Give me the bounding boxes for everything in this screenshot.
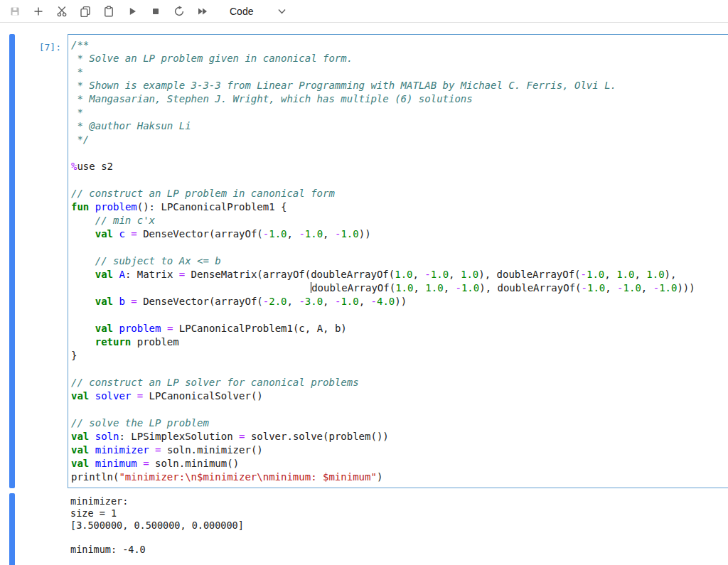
code-line[interactable]: * <box>71 65 728 79</box>
output-prompt <box>15 493 68 565</box>
notebook-toolbar: Code <box>0 0 728 23</box>
code-line[interactable]: * Shown is example 3-3-3 from Linear Pro… <box>71 79 728 92</box>
code-line[interactable]: * @author Haksun Li <box>71 119 728 133</box>
code-line[interactable]: fun problem(): LPCanonicalProblem1 { <box>71 200 728 214</box>
fast-forward-icon <box>197 6 208 17</box>
save-icon <box>9 6 21 17</box>
code-cell: [7]: /** * Solve an LP problem given in … <box>0 34 728 488</box>
copy-cells-button[interactable] <box>76 2 94 20</box>
code-line[interactable]: // min c'x <box>71 214 728 227</box>
restart-icon <box>173 6 185 17</box>
code-line[interactable] <box>71 403 728 416</box>
code-line[interactable]: val minimizer = soln.minimizer() <box>71 443 728 457</box>
code-line[interactable]: val c = DenseVector(arrayOf(-1.0, -1.0, … <box>71 227 728 241</box>
insert-cell-button[interactable] <box>29 2 47 20</box>
code-line[interactable]: // subject to Ax <= b <box>71 254 728 268</box>
copy-icon <box>80 6 91 17</box>
code-line[interactable]: doubleArrayOf(1.0, 1.0, -1.0), doubleArr… <box>71 281 728 295</box>
code-line[interactable]: /** <box>71 38 728 52</box>
code-line[interactable]: // construct an LP solver for canonical … <box>71 376 728 389</box>
code-line[interactable]: val b = DenseVector(arrayOf(-2.0, -3.0, … <box>71 295 728 308</box>
code-line[interactable]: val solver = LPCanonicalSolver() <box>71 389 728 403</box>
execution-count-prompt: [7]: <box>15 34 68 488</box>
save-button[interactable] <box>6 2 23 20</box>
code-line[interactable]: val A: Matrix = DenseMatrix(arrayOf(doub… <box>71 268 728 281</box>
restart-kernel-button[interactable] <box>170 2 188 20</box>
cell-editor[interactable]: /** * Solve an LP problem given in canon… <box>68 34 728 488</box>
paste-cells-button[interactable] <box>100 2 117 20</box>
code-content[interactable]: /** * Solve an LP problem given in canon… <box>71 38 728 484</box>
code-line[interactable]: * Mangasarian, Stephen J. Wright, which … <box>71 92 728 106</box>
chevron-down-icon <box>277 5 287 18</box>
notebook-panel: Code [7]: /** * Solve an LP problem give… <box>0 0 728 565</box>
code-line[interactable]: * Solve an LP problem given in canonical… <box>71 52 728 65</box>
code-line[interactable] <box>71 146 728 160</box>
code-line[interactable] <box>71 173 728 187</box>
code-line[interactable]: val soln: LPSimplexSolution = solver.sol… <box>71 430 728 443</box>
output-content: minimizer: size = 1 [3.500000, 0.500000,… <box>68 493 728 565</box>
cell-type-dropdown[interactable]: Code <box>225 4 291 19</box>
cut-cells-button[interactable] <box>53 2 70 20</box>
plus-icon <box>33 6 44 17</box>
code-line[interactable]: } <box>71 349 728 362</box>
code-line[interactable]: */ <box>71 133 728 146</box>
notebook-content: [7]: /** * Solve an LP problem given in … <box>0 23 728 565</box>
code-line[interactable] <box>71 362 728 376</box>
code-line[interactable]: // construct an LP problem in canonical … <box>71 187 728 200</box>
cell-type-label: Code <box>230 6 253 17</box>
code-line[interactable] <box>71 308 728 322</box>
input-collapser[interactable] <box>9 34 15 488</box>
interrupt-kernel-button[interactable] <box>146 2 164 20</box>
code-line[interactable]: * <box>71 106 728 119</box>
stop-icon <box>150 6 161 17</box>
code-line[interactable]: val minimum = soln.minimum() <box>71 457 728 470</box>
code-line[interactable]: // solve the LP problem <box>71 416 728 430</box>
run-cell-button[interactable] <box>123 2 141 20</box>
play-icon <box>127 6 138 17</box>
code-line[interactable]: %use s2 <box>71 160 728 173</box>
code-line[interactable] <box>71 241 728 254</box>
code-line[interactable]: val problem = LPCanonicalProblem1(c, A, … <box>71 322 728 335</box>
paste-icon <box>103 6 114 17</box>
output-collapser[interactable] <box>9 493 15 565</box>
code-line[interactable]: println("minimizer:\n$minimizer\nminimum… <box>71 470 728 484</box>
code-line[interactable]: return problem <box>71 335 728 349</box>
scissors-icon <box>56 6 68 17</box>
cell-output-area: minimizer: size = 1 [3.500000, 0.500000,… <box>0 493 728 565</box>
restart-run-all-button[interactable] <box>193 2 211 20</box>
